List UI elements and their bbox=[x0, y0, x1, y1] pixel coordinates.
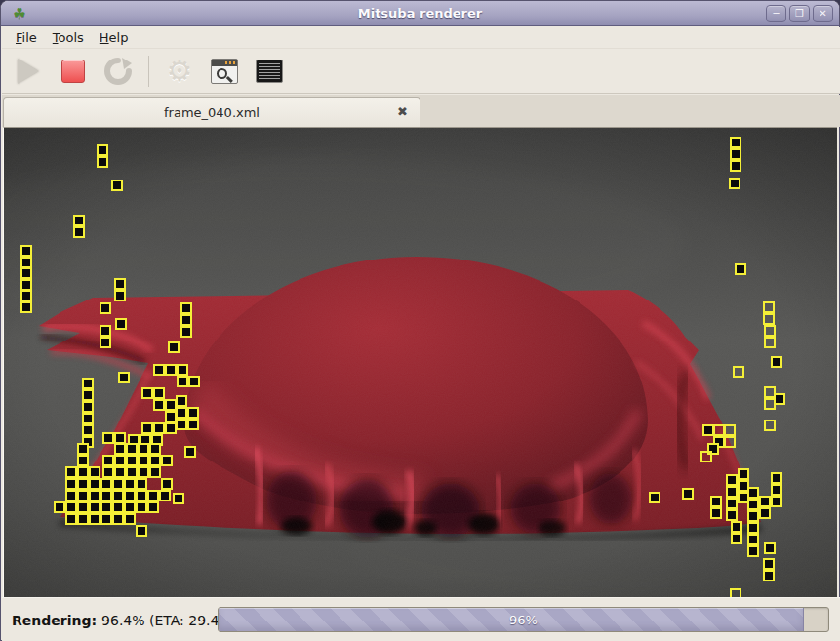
render-block bbox=[724, 424, 736, 436]
render-block bbox=[187, 419, 199, 430]
render-block bbox=[726, 509, 738, 521]
render-block bbox=[682, 488, 694, 500]
render-block bbox=[89, 466, 100, 478]
render-block bbox=[82, 413, 94, 424]
render-block bbox=[82, 378, 94, 389]
render-stop-button[interactable] bbox=[57, 55, 90, 88]
render-block bbox=[115, 318, 127, 330]
render-block bbox=[77, 490, 89, 501]
render-block bbox=[100, 513, 112, 525]
render-block bbox=[168, 341, 180, 353]
close-button[interactable]: ✕ bbox=[813, 5, 833, 22]
render-block bbox=[124, 513, 136, 525]
render-block bbox=[77, 466, 89, 478]
render-block bbox=[124, 490, 136, 501]
app-window: ☘ Mitsuba renderer ─ ❒ ✕ File Tools Help… bbox=[0, 0, 840, 641]
render-block bbox=[177, 376, 188, 387]
render-block bbox=[65, 478, 77, 490]
render-block bbox=[141, 387, 153, 399]
render-block bbox=[764, 325, 776, 337]
render-block bbox=[89, 490, 100, 501]
render-block bbox=[747, 545, 759, 557]
console-icon bbox=[256, 60, 283, 83]
render-block bbox=[747, 499, 759, 510]
menu-help[interactable]: Help bbox=[92, 28, 137, 47]
render-block bbox=[176, 395, 187, 407]
render-block bbox=[747, 487, 759, 499]
render-block bbox=[180, 314, 192, 326]
render-play-button[interactable] bbox=[12, 55, 45, 88]
render-block bbox=[184, 446, 196, 458]
refresh-button[interactable] bbox=[101, 55, 135, 88]
status-label: Rendering: bbox=[12, 613, 97, 628]
render-block bbox=[65, 466, 77, 478]
render-block bbox=[731, 521, 742, 533]
render-block bbox=[180, 302, 192, 314]
magnifier-window-button[interactable] bbox=[208, 55, 241, 88]
status-detail: 96.4% (ETA: 29.4s) bbox=[101, 613, 231, 628]
render-block bbox=[141, 422, 153, 434]
menu-file[interactable]: File bbox=[8, 28, 45, 47]
render-block bbox=[114, 455, 126, 466]
render-block bbox=[730, 148, 741, 160]
render-block bbox=[176, 407, 187, 419]
render-block bbox=[747, 534, 759, 545]
render-block bbox=[136, 525, 147, 537]
stop-icon bbox=[61, 60, 85, 83]
tab-label: frame_040.xml bbox=[164, 105, 260, 120]
render-block bbox=[97, 144, 108, 156]
render-block bbox=[700, 451, 712, 462]
titlebar[interactable]: ☘ Mitsuba renderer ─ ❒ ✕ bbox=[1, 1, 839, 26]
render-block bbox=[165, 422, 177, 434]
render-block bbox=[649, 492, 660, 503]
render-block bbox=[100, 478, 112, 490]
render-block bbox=[114, 466, 126, 478]
render-block bbox=[102, 432, 114, 444]
minimize-button[interactable]: ─ bbox=[766, 5, 786, 22]
render-block bbox=[735, 263, 746, 275]
render-block bbox=[173, 493, 184, 504]
render-block bbox=[118, 372, 130, 383]
maximize-button[interactable]: ❒ bbox=[789, 5, 810, 22]
render-block bbox=[54, 501, 65, 513]
render-block bbox=[112, 478, 124, 490]
render-block bbox=[161, 478, 173, 490]
menubar: File Tools Help bbox=[2, 27, 840, 49]
render-block bbox=[759, 496, 771, 507]
render-block bbox=[763, 313, 775, 325]
render-block bbox=[764, 420, 776, 431]
toolbar: ⚙ bbox=[2, 49, 840, 94]
gear-icon: ⚙ bbox=[167, 57, 193, 86]
console-log-button[interactable] bbox=[253, 55, 286, 88]
render-block bbox=[77, 513, 89, 525]
render-block bbox=[100, 325, 111, 337]
render-block bbox=[764, 337, 776, 348]
render-block bbox=[124, 478, 136, 490]
render-block bbox=[20, 290, 32, 301]
render-block bbox=[126, 466, 138, 478]
menu-tools[interactable]: Tools bbox=[45, 28, 92, 47]
render-block bbox=[187, 407, 199, 419]
render-block bbox=[136, 490, 147, 501]
window-title: Mitsuba renderer bbox=[1, 1, 839, 26]
render-block bbox=[764, 542, 776, 554]
render-block bbox=[100, 501, 112, 513]
render-viewport[interactable] bbox=[3, 127, 837, 597]
render-block bbox=[165, 399, 177, 411]
settings-button[interactable]: ⚙ bbox=[163, 55, 196, 88]
render-block bbox=[147, 501, 159, 513]
refresh-icon bbox=[103, 57, 133, 86]
render-block bbox=[771, 496, 782, 507]
render-block bbox=[65, 513, 77, 525]
render-block bbox=[102, 455, 114, 466]
render-block bbox=[153, 364, 165, 376]
render-block bbox=[126, 443, 138, 455]
render-block bbox=[188, 376, 200, 387]
render-block bbox=[20, 267, 32, 279]
render-block bbox=[710, 507, 722, 519]
render-block bbox=[97, 156, 108, 168]
tab-frame-040[interactable]: frame_040.xml ✖ bbox=[3, 97, 420, 127]
play-icon bbox=[18, 59, 39, 84]
tab-close-icon[interactable]: ✖ bbox=[397, 104, 408, 120]
render-block bbox=[771, 484, 782, 496]
